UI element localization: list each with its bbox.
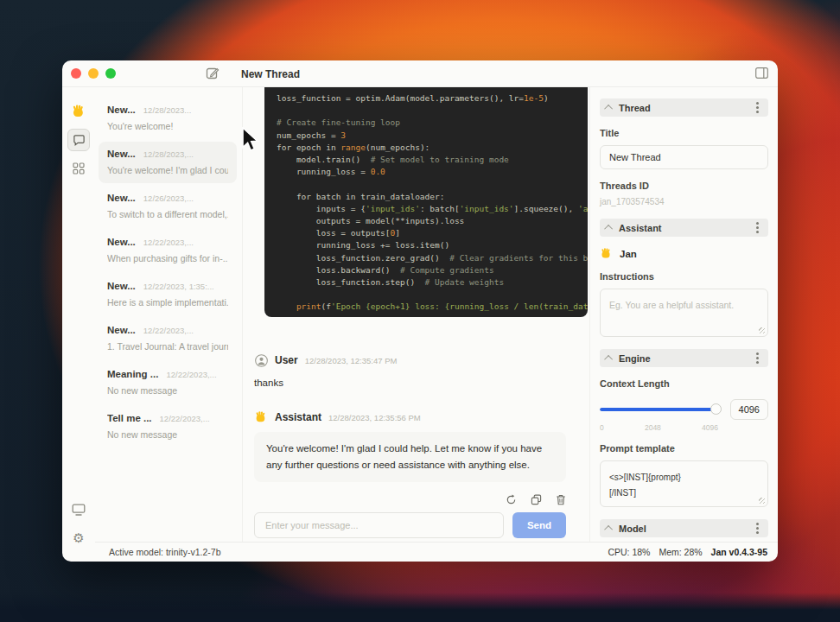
thread-item-date: 12/22/2023,... [143, 326, 194, 335]
message-input[interactable] [254, 512, 504, 538]
thread-list: New... 12/28/2023... You're welcome! New… [95, 87, 243, 542]
toggle-right-panel-icon[interactable] [755, 67, 768, 79]
section-title: Thread [619, 103, 748, 113]
assistant-message-bubble: You're welcome! I'm glad I could help. L… [254, 432, 566, 482]
thread-item-preview: No new message [107, 385, 228, 396]
code-line [277, 178, 576, 190]
code-line: print(f'Epoch {epoch+1} loss: {running_l… [277, 301, 576, 313]
code-block: loss_function = optim.Adam(model.paramet… [264, 87, 588, 317]
chat-threads-icon[interactable] [67, 129, 90, 151]
thread-item-date: 12/22/2023,... [166, 370, 216, 379]
resize-handle[interactable] [759, 327, 765, 333]
app-version: Jan v0.4.3-95 [711, 547, 767, 557]
left-icon-rail: ⚙ [62, 87, 95, 562]
assistant-section-header[interactable]: Assistant [600, 219, 768, 237]
context-length-slider[interactable] [600, 403, 720, 416]
code-line: loss_function = optim.Adam(model.paramet… [277, 92, 576, 105]
code-line: inputs = {'input_ids': batch['input_ids'… [277, 203, 576, 215]
kebab-menu-icon[interactable] [756, 106, 759, 109]
thread-item-date: 12/28/2023... [143, 105, 191, 115]
thread-item-preview: 1. Travel Journal: A travel journ... [107, 341, 228, 352]
thread-list-item[interactable]: Meaning ... 12/22/2023,... No new messag… [99, 362, 237, 403]
thread-list-item[interactable]: Tell me ... 12/22/2023,... No new messag… [99, 406, 237, 447]
thread-item-date: 12/22/2023, 1:35:... [143, 282, 214, 291]
right-settings-panel: Thread Title New Thread Threads ID jan_1… [590, 87, 778, 542]
regenerate-icon[interactable] [506, 494, 517, 505]
thread-list-item[interactable]: New... 12/22/2023,... When purchasing gi… [99, 230, 237, 271]
prompt-template-value: <s>[INST]{prompt} [/INST] [609, 473, 681, 498]
thread-item-preview: Here is a simple implementati... [107, 297, 228, 308]
thread-item-title: New... [107, 237, 136, 247]
assistant-wave-icon[interactable] [68, 101, 89, 122]
hub-grid-icon[interactable] [68, 158, 89, 179]
assistant-message-header: Assistant 12/28/2023, 12:35:56 PM [254, 410, 566, 424]
new-thread-icon[interactable] [206, 67, 220, 80]
collapse-chevron-icon [604, 225, 613, 233]
thread-list-item[interactable]: New... 12/22/2023, 1:35:... Here is a si… [99, 274, 237, 315]
thread-list-item[interactable]: New... 12/28/2023... You're welcome! [99, 98, 237, 139]
chat-input-row: Send [254, 512, 566, 538]
kebab-menu-icon[interactable] [756, 226, 759, 229]
slider-tick-labels: 0 2048 4096 [600, 423, 768, 432]
resize-handle[interactable] [759, 498, 765, 504]
thread-item-date: 12/26/2023,... [143, 194, 194, 203]
delete-trash-icon[interactable] [556, 494, 566, 505]
code-line: running_loss += loss.item() [277, 239, 576, 251]
tick-max: 4096 [702, 423, 718, 432]
tick-min: 0 [600, 423, 604, 432]
context-length-control: 4096 [600, 399, 768, 420]
kebab-menu-icon[interactable] [756, 357, 759, 359]
copy-icon[interactable] [531, 494, 542, 505]
code-line: loss.backward() # Compute gradients [277, 264, 576, 276]
code-line [277, 289, 576, 301]
thread-item-title: New... [107, 281, 136, 291]
section-title: Assistant [619, 223, 748, 233]
user-message-text: thanks [254, 378, 566, 388]
thread-item-title: New... [107, 325, 136, 335]
message-timestamp: 12/28/2023, 12:35:56 PM [328, 413, 421, 422]
engine-section-header[interactable]: Engine [600, 349, 768, 367]
slider-handle[interactable] [710, 403, 722, 415]
tick-mid: 2048 [645, 423, 661, 432]
thread-title-input[interactable]: New Thread [600, 145, 768, 169]
code-line [277, 105, 576, 117]
collapse-chevron-icon [604, 355, 613, 364]
assistant-avatar-wave-icon [254, 410, 268, 424]
section-title: Model [619, 524, 748, 534]
code-line: outputs = model(**inputs).loss [277, 215, 576, 227]
wave-icon [600, 247, 613, 260]
page-title: New Thread [241, 68, 300, 80]
user-avatar-icon [254, 353, 268, 367]
code-line: for epoch in range(num_epochs): [277, 142, 576, 154]
code-line: loss = outputs[0] [277, 227, 576, 239]
thread-item-title: New... [107, 149, 136, 159]
system-monitor-icon[interactable] [68, 499, 89, 520]
settings-gear-icon[interactable]: ⚙ [68, 527, 89, 548]
active-model-status: Active model: trinity-v1.2-7b [109, 547, 221, 557]
send-button[interactable]: Send [512, 512, 566, 538]
thread-list-item[interactable]: New... 12/26/2023,... To switch to a dif… [99, 186, 237, 227]
minimize-window-button[interactable] [88, 68, 99, 79]
thread-list-item[interactable]: New... 12/28/2023,... You're welcome! I'… [99, 142, 237, 183]
zoom-window-button[interactable] [105, 68, 116, 79]
kebab-menu-icon[interactable] [756, 527, 759, 530]
thread-list-item[interactable]: New... 12/22/2023,... 1. Travel Journal:… [99, 318, 237, 359]
thread-item-title: New... [107, 105, 136, 115]
message-author: User [275, 354, 298, 366]
thread-section-header[interactable]: Thread [600, 98, 768, 117]
thread-item-date: 12/28/2023,... [143, 149, 194, 159]
thread-item-title: Tell me ... [107, 413, 152, 423]
instructions-label: Instructions [600, 271, 768, 282]
context-length-label: Context Length [600, 378, 768, 389]
title-label: Title [600, 128, 768, 138]
thread-item-date: 12/22/2023,... [143, 238, 194, 247]
thread-item-title: New... [107, 193, 136, 203]
close-window-button[interactable] [71, 68, 81, 79]
instructions-textarea[interactable]: Eg. You are a helpful assistant. [600, 289, 768, 337]
code-line: loss_function.zero_grad() # Clear gradie… [277, 252, 576, 264]
model-section-header[interactable]: Model [600, 519, 768, 537]
prompt-template-textarea[interactable]: <s>[INST]{prompt} [/INST] [600, 460, 768, 507]
code-line: running_loss = 0.0 [277, 166, 576, 178]
code-line: # Create fine-tuning loop [277, 117, 576, 129]
titlebar: New Thread [62, 60, 778, 87]
